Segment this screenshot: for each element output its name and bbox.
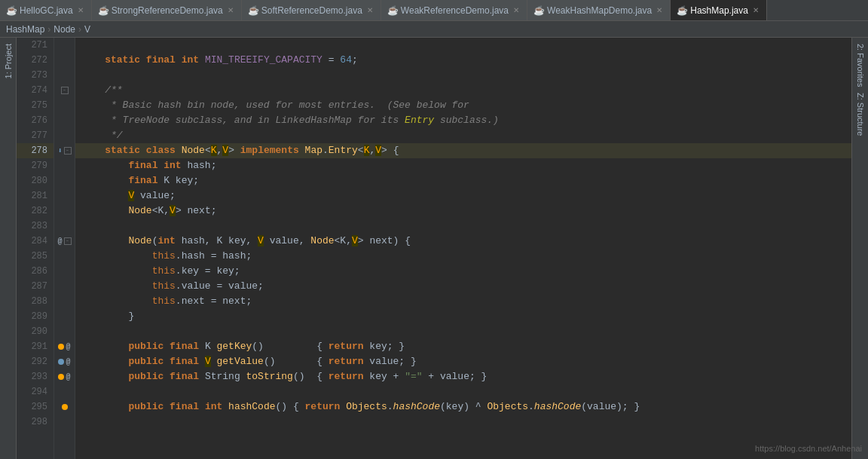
code-line-293: public final String toString() { return … <box>75 369 851 384</box>
fold-icon-278[interactable]: - <box>64 147 72 155</box>
tab-WeakHashMapDemo[interactable]: ☕ WeakHashMapDemo.java ✕ <box>527 0 671 21</box>
gutter-283 <box>54 219 75 234</box>
breadcrumb-node[interactable]: Node <box>53 24 75 35</box>
gutter-292[interactable]: @ <box>54 354 75 369</box>
java-file-icon4: ☕ <box>387 5 398 16</box>
ln-295[interactable]: 295 <box>17 399 53 415</box>
ln-294[interactable]: 294 <box>17 384 53 399</box>
code-line-273 <box>75 68 851 83</box>
code-line-278: static class Node<K,V> implements Map.En… <box>75 143 851 158</box>
gutter-273 <box>54 68 75 83</box>
sidebar-structure[interactable]: Z: Structure <box>854 90 866 139</box>
ln-284[interactable]: 284 <box>17 234 53 249</box>
code-line-286: this.key = key; <box>75 264 851 279</box>
breakpoint-292[interactable] <box>58 359 64 365</box>
code-line-287: this.value = value; <box>75 279 851 294</box>
ln-283[interactable]: 283 <box>17 219 53 234</box>
gutter-274[interactable]: - <box>54 83 75 98</box>
ln-298[interactable]: 298 <box>17 415 53 430</box>
at-icon-291: @ <box>66 343 70 351</box>
breadcrumb-v[interactable]: V <box>84 24 90 35</box>
gutter-278[interactable]: ⬇ - <box>54 143 75 158</box>
tab-close-6[interactable]: ✕ <box>751 6 760 15</box>
java-file-icon6: ☕ <box>677 5 687 16</box>
at-icon-284: @ <box>57 237 62 246</box>
ln-287[interactable]: 287 <box>17 279 53 294</box>
gutter-289 <box>54 309 75 324</box>
gutter: - ⬇ - @ - <box>54 38 75 459</box>
fold-icon-284[interactable]: - <box>64 237 72 245</box>
ln-273[interactable]: 273 <box>17 68 53 83</box>
tab-StrongReferenceDemo[interactable]: ☕ StrongReferenceDemo.java ✕ <box>92 0 242 21</box>
code-line-271 <box>75 38 851 53</box>
code-line-281: V value; <box>75 188 851 203</box>
ln-280[interactable]: 280 <box>17 173 53 188</box>
ln-279[interactable]: 279 <box>17 158 53 173</box>
gutter-276 <box>54 113 75 128</box>
gutter-277 <box>54 128 75 143</box>
ln-282[interactable]: 282 <box>17 203 53 219</box>
gutter-282 <box>54 203 75 219</box>
tab-SoftReferenceDemo[interactable]: ☕ SoftReferenceDemo.java ✕ <box>242 0 381 21</box>
ln-271[interactable]: 271 <box>17 38 53 53</box>
main-layout: 1: Project 271 272 273 274 275 276 277 2… <box>0 38 868 459</box>
gutter-284[interactable]: @ - <box>54 234 75 249</box>
ln-278[interactable]: 278 <box>17 143 53 158</box>
ln-288[interactable]: 288 <box>17 294 53 309</box>
gutter-295[interactable] <box>54 399 75 415</box>
tab-close-3[interactable]: ✕ <box>365 6 374 15</box>
code-content[interactable]: static final int MIN_TREEIFY_CAPACITY = … <box>75 38 851 459</box>
tab-label4: WeakReferenceDemo.java <box>401 5 509 16</box>
debug-arrow: ⬇ <box>57 146 62 155</box>
tab-WeakReferenceDemo[interactable]: ☕ WeakReferenceDemo.java ✕ <box>381 0 527 21</box>
sidebar-project[interactable]: 1: Project <box>2 41 14 81</box>
ln-290[interactable]: 290 <box>17 324 53 339</box>
tab-label3: SoftReferenceDemo.java <box>261 5 362 16</box>
java-file-icon: ☕ <box>6 5 17 16</box>
watermark: https://blog.csdn.net/Anhenai <box>755 444 862 453</box>
tab-HashMap[interactable]: ☕ HashMap.java ✕ <box>671 0 767 21</box>
breadcrumb-sep2: › <box>78 24 81 35</box>
gutter-293[interactable]: @ <box>54 369 75 384</box>
code-line-283 <box>75 219 851 234</box>
ln-277[interactable]: 277 <box>17 128 53 143</box>
gutter-288 <box>54 294 75 309</box>
ln-293[interactable]: 293 <box>17 369 53 384</box>
ln-291[interactable]: 291 <box>17 339 53 354</box>
at-icon-292: @ <box>66 358 70 366</box>
tab-label6: HashMap.java <box>690 5 748 16</box>
code-line-288: this.next = next; <box>75 294 851 309</box>
java-file-icon5: ☕ <box>533 5 544 16</box>
breakpoint-293[interactable] <box>58 374 64 380</box>
ln-286[interactable]: 286 <box>17 264 53 279</box>
code-area: 271 272 273 274 275 276 277 278 279 280 … <box>17 38 851 459</box>
tab-label5: WeakHashMapDemo.java <box>547 5 652 16</box>
gutter-272 <box>54 53 75 68</box>
gutter-281 <box>54 188 75 203</box>
ln-276[interactable]: 276 <box>17 113 53 128</box>
sidebar-favorites[interactable]: 2: Favorites <box>854 41 866 90</box>
ln-272[interactable]: 272 <box>17 53 53 68</box>
code-line-275: * Basic hash bin node, used for most ent… <box>75 98 851 113</box>
tab-close-5[interactable]: ✕ <box>655 6 664 15</box>
tab-close-2[interactable]: ✕ <box>226 6 235 15</box>
tab-close-4[interactable]: ✕ <box>512 6 521 15</box>
gutter-285 <box>54 249 75 264</box>
breakpoint-295[interactable] <box>62 404 68 410</box>
ln-292[interactable]: 292 <box>17 354 53 369</box>
ln-274[interactable]: 274 <box>17 83 53 98</box>
tab-close-HelloGC[interactable]: ✕ <box>76 6 85 15</box>
ln-285[interactable]: 285 <box>17 249 53 264</box>
breadcrumb-hashmap[interactable]: HashMap <box>6 24 44 35</box>
gutter-286 <box>54 264 75 279</box>
fold-icon-274[interactable]: - <box>61 87 69 94</box>
ln-275[interactable]: 275 <box>17 98 53 113</box>
ln-281[interactable]: 281 <box>17 188 53 203</box>
ln-289[interactable]: 289 <box>17 309 53 324</box>
java-file-icon2: ☕ <box>98 5 108 16</box>
code-line-277: */ <box>75 128 851 143</box>
tab-HelloGC[interactable]: ☕ HelloGC.java ✕ <box>0 0 92 21</box>
code-line-289: } <box>75 309 851 324</box>
gutter-291[interactable]: @ <box>54 339 75 354</box>
breakpoint-291[interactable] <box>58 344 64 350</box>
